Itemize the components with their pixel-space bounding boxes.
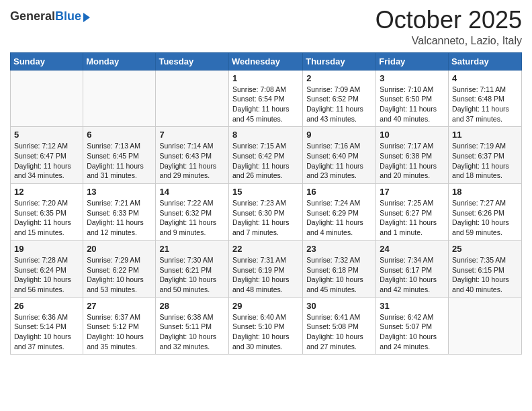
day-info: Sunrise: 7:20 AM Sunset: 6:35 PM Dayligh… bbox=[14, 198, 79, 238]
day-info: Sunrise: 7:14 AM Sunset: 6:43 PM Dayligh… bbox=[159, 141, 225, 181]
calendar-cell: 25Sunrise: 7:35 AM Sunset: 6:15 PM Dayli… bbox=[449, 240, 522, 298]
calendar-cell bbox=[11, 70, 83, 127]
day-number: 23 bbox=[306, 244, 372, 254]
day-info: Sunrise: 6:40 AM Sunset: 5:10 PM Dayligh… bbox=[232, 312, 299, 352]
day-number: 31 bbox=[380, 301, 445, 311]
day-info: Sunrise: 7:27 AM Sunset: 6:26 PM Dayligh… bbox=[452, 198, 518, 238]
calendar-header-thursday: Thursday bbox=[303, 52, 376, 70]
calendar-cell: 28Sunrise: 6:38 AM Sunset: 5:11 PM Dayli… bbox=[156, 298, 229, 355]
day-info: Sunrise: 7:24 AM Sunset: 6:29 PM Dayligh… bbox=[306, 198, 372, 238]
calendar-cell: 20Sunrise: 7:29 AM Sunset: 6:22 PM Dayli… bbox=[83, 240, 156, 298]
calendar-cell: 27Sunrise: 6:37 AM Sunset: 5:12 PM Dayli… bbox=[83, 298, 156, 355]
calendar-cell: 11Sunrise: 7:19 AM Sunset: 6:37 PM Dayli… bbox=[449, 127, 522, 184]
calendar-week-row: 1Sunrise: 7:08 AM Sunset: 6:54 PM Daylig… bbox=[11, 70, 522, 127]
calendar-header-sunday: Sunday bbox=[11, 52, 83, 70]
day-number: 17 bbox=[380, 187, 445, 197]
day-number: 30 bbox=[306, 301, 372, 311]
day-number: 25 bbox=[452, 244, 518, 254]
day-number: 4 bbox=[452, 73, 518, 83]
day-info: Sunrise: 6:38 AM Sunset: 5:11 PM Dayligh… bbox=[159, 312, 225, 352]
calendar-cell bbox=[156, 70, 229, 127]
calendar-cell: 16Sunrise: 7:24 AM Sunset: 6:29 PM Dayli… bbox=[303, 184, 376, 241]
day-number: 19 bbox=[14, 244, 79, 254]
day-info: Sunrise: 7:34 AM Sunset: 6:17 PM Dayligh… bbox=[380, 255, 445, 295]
day-info: Sunrise: 7:12 AM Sunset: 6:47 PM Dayligh… bbox=[14, 141, 79, 181]
day-number: 2 bbox=[306, 73, 372, 83]
calendar-cell: 24Sunrise: 7:34 AM Sunset: 6:17 PM Dayli… bbox=[376, 240, 449, 298]
day-info: Sunrise: 6:37 AM Sunset: 5:12 PM Dayligh… bbox=[87, 312, 152, 352]
calendar-cell: 22Sunrise: 7:31 AM Sunset: 6:19 PM Dayli… bbox=[228, 240, 302, 298]
day-info: Sunrise: 7:13 AM Sunset: 6:45 PM Dayligh… bbox=[87, 141, 152, 181]
day-number: 24 bbox=[380, 244, 445, 254]
calendar-header-friday: Friday bbox=[376, 52, 449, 70]
calendar-cell: 5Sunrise: 7:12 AM Sunset: 6:47 PM Daylig… bbox=[11, 127, 83, 184]
calendar-cell: 10Sunrise: 7:17 AM Sunset: 6:38 PM Dayli… bbox=[376, 127, 449, 184]
day-number: 15 bbox=[232, 187, 299, 197]
calendar-cell: 17Sunrise: 7:25 AM Sunset: 6:27 PM Dayli… bbox=[376, 184, 449, 241]
calendar-cell: 2Sunrise: 7:09 AM Sunset: 6:52 PM Daylig… bbox=[303, 70, 376, 127]
day-number: 14 bbox=[159, 187, 225, 197]
day-number: 13 bbox=[87, 187, 152, 197]
calendar-cell bbox=[83, 70, 156, 127]
day-number: 3 bbox=[380, 73, 445, 83]
calendar-cell: 4Sunrise: 7:11 AM Sunset: 6:48 PM Daylig… bbox=[449, 70, 522, 127]
title-block: October 2025 Valcanneto, Lazio, Italy bbox=[375, 7, 522, 47]
header: General Blue October 2025 Valcanneto, La… bbox=[10, 7, 522, 47]
calendar-cell: 14Sunrise: 7:22 AM Sunset: 6:32 PM Dayli… bbox=[156, 184, 229, 241]
logo-general-text: General bbox=[10, 9, 55, 24]
calendar-cell: 18Sunrise: 7:27 AM Sunset: 6:26 PM Dayli… bbox=[449, 184, 522, 241]
day-number: 26 bbox=[14, 301, 79, 311]
day-number: 12 bbox=[14, 187, 79, 197]
day-number: 29 bbox=[232, 301, 299, 311]
day-info: Sunrise: 7:21 AM Sunset: 6:33 PM Dayligh… bbox=[87, 198, 152, 238]
day-info: Sunrise: 7:30 AM Sunset: 6:21 PM Dayligh… bbox=[159, 255, 225, 295]
logo: General Blue bbox=[10, 7, 90, 24]
day-number: 6 bbox=[87, 130, 152, 140]
calendar-cell: 9Sunrise: 7:16 AM Sunset: 6:40 PM Daylig… bbox=[303, 127, 376, 184]
day-info: Sunrise: 7:10 AM Sunset: 6:50 PM Dayligh… bbox=[380, 85, 445, 124]
calendar-cell: 8Sunrise: 7:15 AM Sunset: 6:42 PM Daylig… bbox=[228, 127, 302, 184]
calendar-cell: 23Sunrise: 7:32 AM Sunset: 6:18 PM Dayli… bbox=[303, 240, 376, 298]
calendar-week-row: 19Sunrise: 7:28 AM Sunset: 6:24 PM Dayli… bbox=[11, 240, 522, 298]
day-number: 10 bbox=[380, 130, 445, 140]
day-info: Sunrise: 7:28 AM Sunset: 6:24 PM Dayligh… bbox=[14, 255, 79, 295]
day-number: 21 bbox=[159, 244, 225, 254]
calendar-header-tuesday: Tuesday bbox=[156, 52, 229, 70]
calendar-cell: 7Sunrise: 7:14 AM Sunset: 6:43 PM Daylig… bbox=[156, 127, 229, 184]
day-info: Sunrise: 7:08 AM Sunset: 6:54 PM Dayligh… bbox=[232, 85, 299, 124]
calendar-cell: 12Sunrise: 7:20 AM Sunset: 6:35 PM Dayli… bbox=[11, 184, 83, 241]
day-number: 28 bbox=[159, 301, 225, 311]
calendar-cell bbox=[449, 298, 522, 355]
calendar-header-monday: Monday bbox=[83, 52, 156, 70]
day-info: Sunrise: 7:32 AM Sunset: 6:18 PM Dayligh… bbox=[306, 255, 372, 295]
calendar-cell: 6Sunrise: 7:13 AM Sunset: 6:45 PM Daylig… bbox=[83, 127, 156, 184]
calendar-cell: 31Sunrise: 6:42 AM Sunset: 5:07 PM Dayli… bbox=[376, 298, 449, 355]
day-info: Sunrise: 7:25 AM Sunset: 6:27 PM Dayligh… bbox=[380, 198, 445, 238]
page: General Blue October 2025 Valcanneto, La… bbox=[0, 0, 532, 411]
day-info: Sunrise: 7:23 AM Sunset: 6:30 PM Dayligh… bbox=[232, 198, 299, 238]
calendar-cell: 1Sunrise: 7:08 AM Sunset: 6:54 PM Daylig… bbox=[228, 70, 302, 127]
month-title: October 2025 bbox=[375, 7, 522, 34]
day-info: Sunrise: 7:17 AM Sunset: 6:38 PM Dayligh… bbox=[380, 141, 445, 181]
day-number: 5 bbox=[14, 130, 79, 140]
day-info: Sunrise: 7:16 AM Sunset: 6:40 PM Dayligh… bbox=[306, 141, 372, 181]
calendar-cell: 15Sunrise: 7:23 AM Sunset: 6:30 PM Dayli… bbox=[228, 184, 302, 241]
day-number: 9 bbox=[306, 130, 372, 140]
calendar-cell: 21Sunrise: 7:30 AM Sunset: 6:21 PM Dayli… bbox=[156, 240, 229, 298]
calendar-cell: 3Sunrise: 7:10 AM Sunset: 6:50 PM Daylig… bbox=[376, 70, 449, 127]
calendar-cell: 29Sunrise: 6:40 AM Sunset: 5:10 PM Dayli… bbox=[228, 298, 302, 355]
calendar-cell: 26Sunrise: 6:36 AM Sunset: 5:14 PM Dayli… bbox=[11, 298, 83, 355]
day-info: Sunrise: 6:42 AM Sunset: 5:07 PM Dayligh… bbox=[380, 312, 445, 352]
calendar-cell: 30Sunrise: 6:41 AM Sunset: 5:08 PM Dayli… bbox=[303, 298, 376, 355]
day-info: Sunrise: 7:22 AM Sunset: 6:32 PM Dayligh… bbox=[159, 198, 225, 238]
logo-arrow-icon bbox=[83, 13, 90, 22]
calendar-week-row: 12Sunrise: 7:20 AM Sunset: 6:35 PM Dayli… bbox=[11, 184, 522, 241]
day-number: 16 bbox=[306, 187, 372, 197]
day-info: Sunrise: 7:09 AM Sunset: 6:52 PM Dayligh… bbox=[306, 85, 372, 124]
day-number: 22 bbox=[232, 244, 299, 254]
calendar-week-row: 26Sunrise: 6:36 AM Sunset: 5:14 PM Dayli… bbox=[11, 298, 522, 355]
logo-blue-text: Blue bbox=[55, 9, 81, 24]
calendar-table: SundayMondayTuesdayWednesdayThursdayFrid… bbox=[10, 52, 522, 355]
day-info: Sunrise: 7:15 AM Sunset: 6:42 PM Dayligh… bbox=[232, 141, 299, 181]
location-title: Valcanneto, Lazio, Italy bbox=[375, 35, 522, 47]
